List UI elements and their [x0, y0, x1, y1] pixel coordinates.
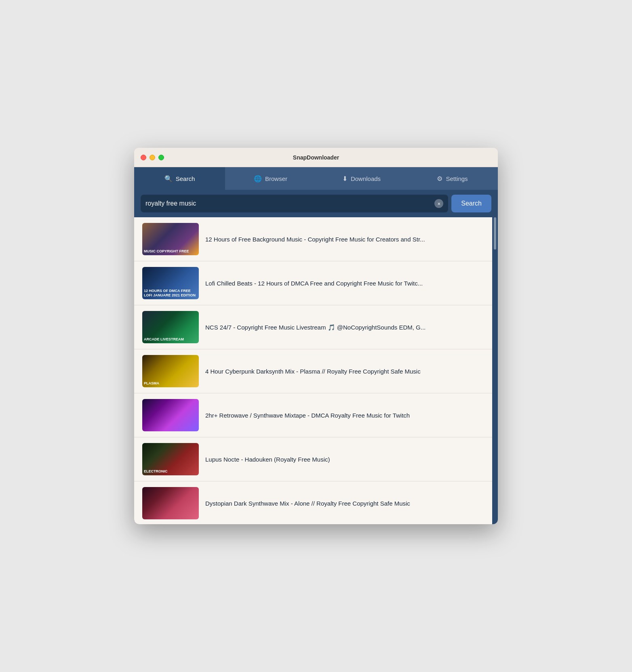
result-item[interactable]: MUSIC COPYRIGHT FREE 12 Hours of Free Ba…	[134, 217, 492, 261]
thumbnail: PLASMA	[142, 355, 199, 387]
thumbnail-label: MUSIC COPYRIGHT FREE	[144, 249, 197, 254]
result-item[interactable]: 12 HOURS OF DMCA FREE LOFI JANUARE 2021 …	[134, 261, 492, 305]
clear-icon: ×	[438, 201, 441, 207]
tab-downloads[interactable]: ⬇ Downloads	[316, 167, 407, 190]
search-button[interactable]: Search	[451, 195, 491, 212]
scrollbar-thumb[interactable]	[494, 217, 496, 250]
result-item[interactable]: Electronic Lupus Nocte - Hadouken (Royal…	[134, 437, 492, 481]
close-button[interactable]	[141, 155, 146, 160]
clear-input-button[interactable]: ×	[434, 199, 443, 208]
tab-browser-label: Browser	[265, 175, 287, 182]
download-icon: ⬇	[342, 175, 348, 183]
thumbnail-label: ARCADE LIVESTREAM	[144, 337, 197, 342]
thumbnail: 12 HOURS OF DMCA FREE LOFI JANUARE 2021 …	[142, 267, 199, 299]
result-title: 12 Hours of Free Background Music - Copy…	[205, 235, 484, 244]
results-scroll-wrapper: MUSIC COPYRIGHT FREE 12 Hours of Free Ba…	[134, 217, 498, 524]
globe-icon: 🌐	[254, 175, 262, 183]
thumbnail-label: 12 HOURS OF DMCA FREE LOFI JANUARE 2021 …	[144, 289, 197, 298]
thumbnail-label: PLASMA	[144, 381, 197, 386]
result-title: 2hr+ Retrowave / Synthwave Mixtape - DMC…	[205, 411, 484, 420]
tab-search-label: Search	[176, 175, 195, 182]
result-title: 4 Hour Cyberpunk Darksynth Mix - Plasma …	[205, 367, 484, 376]
thumbnail: ARCADE LIVESTREAM	[142, 311, 199, 343]
traffic-lights	[141, 155, 164, 160]
tab-search[interactable]: 🔍 Search	[134, 167, 225, 190]
result-title: NCS 24/7 - Copyright Free Music Livestre…	[205, 323, 484, 332]
navbar: 🔍 Search 🌐 Browser ⬇ Downloads ⚙ Setting…	[134, 167, 498, 190]
result-item[interactable]: 2hr+ Retrowave / Synthwave Mixtape - DMC…	[134, 393, 492, 437]
minimize-button[interactable]	[150, 155, 155, 160]
thumbnail: MUSIC COPYRIGHT FREE	[142, 223, 199, 255]
result-title: Lofi Chilled Beats - 12 Hours of DMCA Fr…	[205, 279, 484, 288]
thumbnail-label: Electronic	[144, 469, 197, 474]
tab-settings-label: Settings	[446, 175, 468, 182]
search-input[interactable]	[145, 200, 434, 207]
result-item[interactable]: Dystopian Dark Synthwave Mix - Alone // …	[134, 481, 492, 524]
results-container: MUSIC COPYRIGHT FREE 12 Hours of Free Ba…	[134, 217, 492, 524]
tab-browser[interactable]: 🌐 Browser	[225, 167, 316, 190]
search-icon: 🔍	[164, 175, 173, 183]
tab-downloads-label: Downloads	[351, 175, 381, 182]
scrollbar-track[interactable]	[494, 217, 496, 524]
window-title: SnapDownloader	[293, 154, 339, 161]
search-bar: × Search	[134, 190, 498, 217]
maximize-button[interactable]	[158, 155, 164, 160]
app-window: SnapDownloader 🔍 Search 🌐 Browser ⬇ Down…	[134, 148, 498, 524]
titlebar: SnapDownloader	[134, 148, 498, 167]
thumbnail	[142, 487, 199, 519]
gear-icon: ⚙	[437, 175, 442, 183]
result-title: Dystopian Dark Synthwave Mix - Alone // …	[205, 499, 484, 508]
results-list: MUSIC COPYRIGHT FREE 12 Hours of Free Ba…	[134, 217, 492, 524]
result-item[interactable]: PLASMA 4 Hour Cyberpunk Darksynth Mix - …	[134, 349, 492, 393]
result-item[interactable]: ARCADE LIVESTREAM NCS 24/7 - Copyright F…	[134, 305, 492, 349]
thumbnail	[142, 399, 199, 431]
result-title: Lupus Nocte - Hadouken (Royalty Free Mus…	[205, 455, 484, 464]
search-input-wrapper: ×	[141, 195, 448, 212]
tab-settings[interactable]: ⚙ Settings	[407, 167, 498, 190]
thumbnail: Electronic	[142, 443, 199, 475]
